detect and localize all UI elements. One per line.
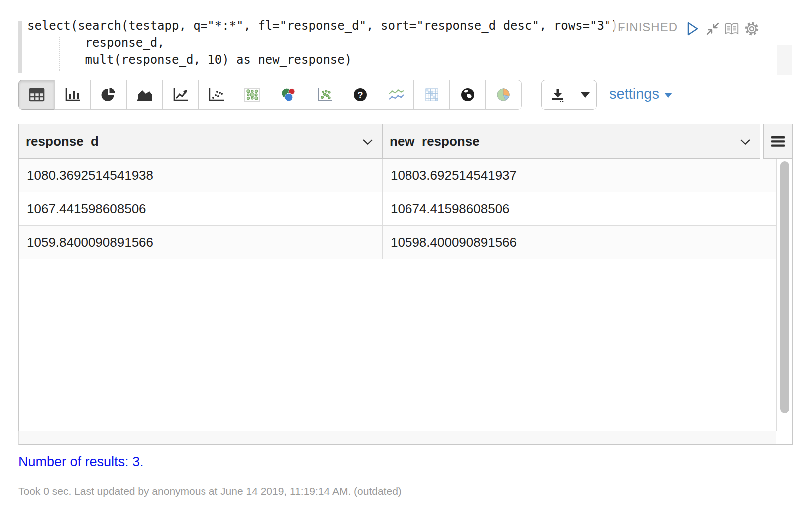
compress-paragraph-button[interactable] xyxy=(705,21,721,37)
code-text: select(search(testapp, q="*:*", fl="resp… xyxy=(27,17,625,68)
column-label: response_d xyxy=(26,134,99,149)
toggle-editor-button[interactable] xyxy=(724,21,740,37)
settings-label: settings xyxy=(609,86,659,102)
table-cell: 10674.41598608506 xyxy=(383,192,776,225)
download-options-button[interactable] xyxy=(574,80,597,110)
viz-button-pie-chart[interactable] xyxy=(90,80,127,110)
column-label: new_response xyxy=(390,134,480,149)
download-icon xyxy=(550,88,565,102)
table-cell: 1059.8400090891566 xyxy=(19,226,383,259)
viz-button-line-chart[interactable] xyxy=(162,80,199,110)
scatter-chart-icon xyxy=(208,87,225,102)
viz-button-scatter-green[interactable] xyxy=(306,80,342,110)
book-icon xyxy=(724,21,740,36)
vertical-scrollbar-thumb[interactable] xyxy=(780,161,789,413)
chevron-down-icon[interactable] xyxy=(362,139,373,145)
chevron-down-icon[interactable] xyxy=(740,139,751,145)
run-paragraph-button[interactable] xyxy=(684,21,700,37)
caret-down-icon xyxy=(664,93,672,98)
code-line: mult(response_d, 10) as new_response) xyxy=(27,51,625,68)
download-button[interactable] xyxy=(541,80,574,110)
bubble-grid-icon xyxy=(244,87,261,102)
matrix-icon xyxy=(424,87,440,102)
caret-down-icon xyxy=(581,92,590,98)
table-body: 1080.3692514541938 10803.692514541937 10… xyxy=(18,159,776,431)
viz-button-venn-diagram[interactable] xyxy=(270,80,306,110)
help-icon: ? xyxy=(353,87,368,102)
vertical-scrollbar[interactable] xyxy=(776,159,793,431)
table-row: 1067.441598608506 10674.41598608506 xyxy=(19,192,776,226)
viz-button-bubble-grid[interactable] xyxy=(234,80,270,110)
code-line: select(search(testapp, q="*:*", fl="resp… xyxy=(27,17,625,34)
results-summary: Number of results: 3. xyxy=(18,454,144,470)
zeppelin-paragraph: select(search(testapp, q="*:*", fl="resp… xyxy=(0,0,812,529)
viz-button-table[interactable] xyxy=(18,80,55,110)
code-line: response_d, xyxy=(27,34,625,51)
bar-chart-icon xyxy=(64,87,81,102)
result-table: response_d new_response 1080.36925145 xyxy=(18,124,793,445)
table-cell: 10598.400090891566 xyxy=(383,226,776,259)
pie-pastel-icon xyxy=(496,87,512,102)
scatter-green-icon xyxy=(316,87,333,102)
hamburger-icon xyxy=(771,136,785,147)
compress-icon xyxy=(705,21,720,36)
paragraph-settings-button[interactable] xyxy=(744,21,760,37)
column-header-response-d[interactable]: response_d xyxy=(18,124,383,159)
gear-icon xyxy=(744,21,760,37)
globe-icon xyxy=(460,87,475,102)
svg-text:?: ? xyxy=(357,90,363,100)
venn-diagram-icon xyxy=(280,87,297,102)
multi-line-chart-icon xyxy=(387,87,405,102)
viz-button-scatter-chart[interactable] xyxy=(198,80,234,110)
paragraph-status-bar: Took 0 sec. Last updated by anonymous at… xyxy=(18,485,402,497)
viz-button-help[interactable]: ? xyxy=(342,80,378,110)
table-cell: 10803.692514541937 xyxy=(383,159,776,192)
table-row: 1080.3692514541938 10803.692514541937 xyxy=(19,159,776,192)
viz-button-multi-line-chart[interactable] xyxy=(378,80,414,110)
area-chart-icon xyxy=(136,87,153,102)
viz-button-group: ? xyxy=(18,80,522,110)
table-cell: 1080.3692514541938 xyxy=(19,159,383,192)
scrollbar-corner xyxy=(776,431,793,445)
settings-link[interactable]: settings xyxy=(609,86,672,102)
download-button-group xyxy=(541,80,597,110)
column-header-new-response[interactable]: new_response xyxy=(383,124,760,159)
table-row: 1059.8400090891566 10598.400090891566 xyxy=(19,226,776,259)
viz-button-matrix[interactable] xyxy=(413,80,450,110)
code-editor[interactable]: select(search(testapp, q="*:*", fl="resp… xyxy=(18,16,794,76)
table-icon xyxy=(29,88,45,102)
editor-gutter xyxy=(18,21,22,73)
table-menu-button[interactable] xyxy=(763,124,793,159)
viz-button-globe-map[interactable] xyxy=(449,80,486,110)
viz-button-area-chart[interactable] xyxy=(126,80,163,110)
pie-chart-icon xyxy=(101,87,117,102)
line-chart-icon xyxy=(172,87,189,102)
viz-button-pie-pastel[interactable] xyxy=(485,80,522,110)
editor-scrollbar[interactable] xyxy=(777,45,792,75)
viz-button-bar-chart[interactable] xyxy=(54,80,91,110)
play-icon xyxy=(685,21,700,37)
table-cell: 1067.441598608506 xyxy=(19,192,383,225)
horizontal-scrollbar[interactable] xyxy=(18,431,776,445)
paragraph-status: FINISHED xyxy=(614,19,682,35)
visualization-toolbar: ? xyxy=(18,80,794,110)
